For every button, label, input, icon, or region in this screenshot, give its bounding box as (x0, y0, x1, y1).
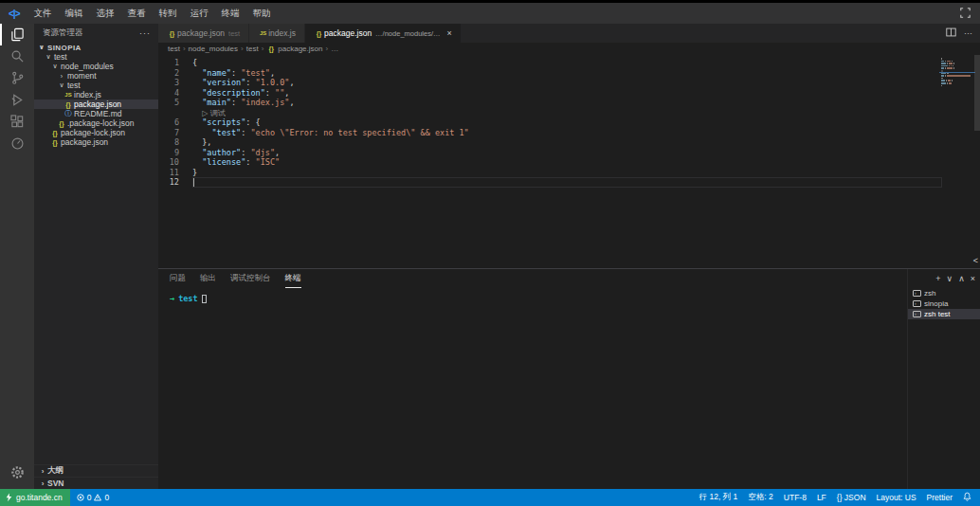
extensions-icon[interactable] (0, 111, 34, 133)
code-line: 12 (158, 177, 980, 188)
sidebar-section-svn[interactable]: ›SVN (34, 477, 158, 489)
status-item[interactable]: 行 12, 列 1 (699, 492, 738, 503)
menu-item[interactable]: 文件 (27, 8, 58, 20)
tree-item[interactable]: JSindex.js (34, 90, 158, 99)
line-content[interactable]: { (192, 58, 980, 68)
close-icon[interactable]: × (971, 274, 975, 283)
line-content[interactable]: "version": "1.0.0", (192, 78, 980, 88)
tree-item[interactable]: ›moment (34, 71, 158, 81)
tree-item[interactable]: ∨test (34, 52, 158, 62)
plus-icon[interactable]: + (935, 274, 940, 283)
tree-item-label: SINOPIA (47, 44, 82, 52)
code-editor[interactable]: 1{2 "name": "test",3 "version": "1.0.0",… (158, 55, 980, 268)
terminal-view[interactable]: →test (158, 288, 907, 489)
tree-item[interactable]: {}.package-lock.json (34, 118, 158, 128)
tree-item[interactable]: ⓘREADME.md (34, 109, 158, 118)
settings-gear-icon[interactable] (0, 461, 34, 483)
notifications-bell-icon[interactable] (963, 492, 971, 503)
json-icon: {} (266, 45, 276, 52)
status-item[interactable]: LF (817, 493, 826, 502)
status-item[interactable]: Prettier (927, 493, 953, 502)
menu-item[interactable]: 编辑 (58, 8, 89, 20)
explorer-icon[interactable] (0, 24, 34, 45)
close-icon[interactable]: × (446, 28, 451, 38)
expand-window-icon[interactable] (960, 8, 971, 20)
menu-item[interactable]: 转到 (152, 8, 183, 20)
breadcrumb-item[interactable]: node_modules (189, 45, 238, 53)
tree-item[interactable]: ∨node_modules (34, 62, 158, 71)
tab-label: package.json (177, 28, 225, 38)
editor-more-actions-icon[interactable]: ··· (964, 28, 972, 38)
line-content[interactable]: "author": "djs", (192, 148, 980, 158)
status-item[interactable]: {} JSON (837, 493, 866, 502)
menu-item[interactable]: 帮助 (245, 8, 277, 20)
tree-item-label: .package-lock.json (67, 118, 134, 128)
panel-tab[interactable]: 终端 (285, 269, 301, 288)
code-line: 5 "main": "index.js", (158, 98, 980, 108)
editor-tab[interactable]: {}package.json…/node_modules/…× (305, 24, 462, 43)
tree-item[interactable]: {}package.json (34, 99, 158, 109)
code-line: 11} (158, 168, 980, 178)
line-content[interactable]: } (192, 168, 980, 178)
menu-item[interactable]: 选择 (89, 8, 120, 20)
sidebar-more-actions-icon[interactable]: ··· (139, 28, 151, 38)
line-number: 1 (158, 58, 179, 68)
line-content[interactable]: }, (192, 137, 980, 148)
remote-indicator[interactable]: go.titande.cn (0, 489, 70, 506)
line-content[interactable]: "main": "index.js", (192, 98, 980, 108)
line-number: 9 (158, 148, 179, 158)
vscode-window: <|> 文件编辑选择查看转到运行终端帮助 (0, 0, 980, 506)
split-editor-icon[interactable] (946, 27, 956, 39)
breadcrumb-item[interactable]: {}package.json (266, 45, 322, 53)
chevron-down-icon[interactable]: ∨ (947, 274, 953, 283)
tree-item[interactable]: {}package.json (34, 137, 158, 147)
line-content[interactable]: "description": "", (192, 88, 980, 99)
minimap[interactable] (941, 58, 973, 90)
code-line: 9 "author": "djs", (158, 148, 980, 158)
line-number: 7 (158, 128, 179, 138)
source-control-icon[interactable] (0, 67, 34, 89)
terminal-list-item[interactable]: ›zsh (908, 288, 980, 298)
tree-item-label: moment (67, 71, 97, 81)
tree-item[interactable]: ∨SINOPIA (34, 43, 158, 52)
editor-scrollbar[interactable] (974, 55, 980, 131)
breadcrumb-item[interactable]: … (331, 45, 338, 53)
line-content[interactable]: "name": "test", (192, 68, 980, 79)
editor-tab[interactable]: JSindex.js (249, 24, 305, 43)
terminal-icon: › (913, 290, 921, 297)
panel-tab[interactable]: 输出 (200, 269, 216, 288)
line-content[interactable]: "test": "echo \"Error: no test specified… (192, 128, 980, 138)
line-content[interactable]: ▷ 调试 (192, 108, 980, 118)
menu-item[interactable]: 查看 (120, 8, 152, 20)
scroll-left-indicator[interactable]: < (973, 257, 978, 265)
chevron-up-icon[interactable]: ∧ (958, 274, 965, 283)
panel-tab[interactable]: 问题 (170, 269, 186, 288)
status-item[interactable]: UTF-8 (784, 493, 807, 502)
tree-item[interactable]: ∨test (34, 81, 158, 90)
menu-item[interactable]: 运行 (183, 8, 214, 20)
line-number (158, 108, 179, 118)
code-line: 4 "description": "", (158, 88, 980, 99)
breadcrumb-item[interactable]: test (246, 45, 259, 53)
json-icon: {} (167, 30, 177, 37)
status-bar: go.titande.cn 0 0 行 12, 列 1空格: 2UTF-8LF{… (0, 489, 980, 506)
line-content[interactable] (192, 177, 942, 188)
line-content[interactable]: "license": "ISC" (192, 157, 980, 168)
terminal-list-label: zsh (924, 289, 935, 298)
breadcrumb-item[interactable]: test (168, 45, 180, 53)
runner-gauge-icon[interactable] (0, 133, 34, 154)
tree-item[interactable]: {}package-lock.json (34, 128, 158, 137)
line-content[interactable]: "scripts": { (192, 117, 980, 128)
terminal-list-item[interactable]: ›sinopia (908, 298, 980, 309)
run-and-debug-icon[interactable] (0, 89, 34, 111)
menu-item[interactable]: 终端 (214, 8, 245, 20)
status-item[interactable]: 空格: 2 (748, 492, 772, 503)
editor-tab[interactable]: {}package.jsontest (158, 24, 249, 43)
file-tree: ∨SINOPIA∨test∨node_modules›moment∨testJS… (34, 43, 158, 147)
status-item[interactable]: Layout: US (877, 493, 916, 502)
sidebar-section-outline[interactable]: ›大纲 (34, 464, 158, 477)
problems-indicator[interactable]: 0 0 (70, 493, 116, 502)
panel-tab[interactable]: 调试控制台 (230, 269, 271, 288)
search-icon[interactable] (0, 45, 34, 67)
terminal-list-item[interactable]: ›zsh test (908, 309, 980, 319)
